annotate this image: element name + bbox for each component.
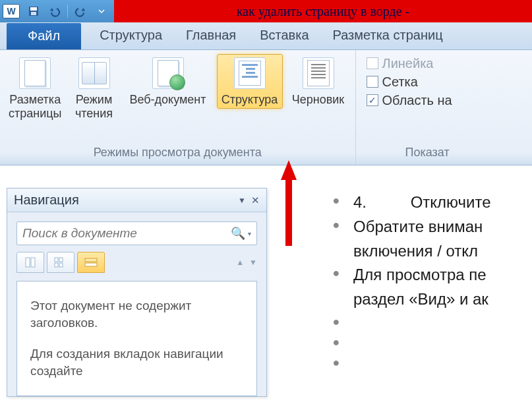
svg-rect-6 [59, 258, 63, 262]
bullet-icon: ● [330, 216, 343, 235]
doc-row: ● раздел «Вид» и ак [330, 288, 532, 311]
tab-home[interactable]: Главная [181, 24, 241, 49]
bullet-icon: ● [330, 264, 343, 283]
views-group-label: Режимы просмотра документа [4, 144, 351, 162]
ribbon-tabs: Файл Структура Главная Вставка Разметка … [0, 22, 532, 50]
reading-view-button[interactable]: Режим чтения [69, 54, 119, 122]
navigation-view-tabs: ▲ ▼ [16, 252, 257, 273]
gridlines-checkbox-row[interactable]: Сетка [367, 73, 452, 91]
nav-pane-checkbox-row[interactable]: ✓ Область на [367, 91, 452, 109]
navigation-body: Этот документ не содержит заголовков. Дл… [16, 281, 257, 396]
doc-text: раздел «Вид» и ак [353, 288, 532, 311]
reading-icon [78, 57, 110, 89]
svg-rect-5 [55, 258, 58, 262]
gridlines-checkbox[interactable] [367, 76, 378, 88]
outline-view-button[interactable]: Структура [217, 54, 283, 109]
qat-undo-button[interactable] [45, 2, 65, 20]
navigation-empty-msg-1: Этот документ не содержит заголовков. [30, 297, 243, 331]
reading-label: Режим чтения [75, 93, 113, 120]
draft-view-button[interactable]: Черновик [285, 54, 351, 109]
svg-rect-2 [31, 12, 36, 15]
navigation-search[interactable]: 🔍 ▾ [16, 221, 257, 245]
draft-icon [303, 57, 334, 89]
navigation-pane-close-icon[interactable]: ✕ [251, 194, 260, 206]
web-label: Веб-документ [129, 93, 206, 107]
show-group: Линейка Сетка ✓ Область на Показат [356, 50, 452, 165]
qat-redo-button[interactable] [71, 2, 90, 20]
ruler-label: Линейка [382, 56, 434, 71]
doc-row: ● Обратите вниман [330, 216, 532, 239]
doc-row: ● включения / откл [330, 240, 532, 263]
bullet-icon: ● [330, 353, 343, 372]
nav-pane-checkbox[interactable]: ✓ [367, 94, 378, 106]
tab-insert[interactable]: Вставка [254, 24, 314, 49]
ruler-checkbox-row: Линейка [367, 54, 452, 73]
navigation-empty-msg-2: Для создания вкладок навигации создайте [30, 345, 243, 379]
title-bar: W как удалить страницу в ворде - [0, 0, 532, 22]
svg-rect-1 [30, 7, 37, 11]
tab-structure[interactable]: Структура [94, 24, 167, 49]
app-icon[interactable]: W [3, 4, 20, 18]
ribbon-body: Разметка страницы Режим чтения Веб-докум… [0, 50, 532, 165]
svg-rect-8 [59, 263, 63, 267]
views-group-buttons: Разметка страницы Режим чтения Веб-докум… [4, 54, 351, 122]
web-view-button[interactable]: Веб-документ [122, 54, 214, 109]
outline-label: Структура [222, 93, 278, 107]
svg-rect-9 [85, 258, 97, 262]
navigation-pane-menu-icon[interactable]: ▼ [238, 196, 246, 205]
nav-pane-label: Область на [382, 93, 452, 108]
quick-access-toolbar: W [0, 0, 114, 22]
file-tab[interactable]: Файл [7, 23, 81, 49]
draft-label: Черновик [292, 93, 344, 107]
window-title: как удалить страницу в ворде - [114, 0, 532, 22]
app-icon-letter: W [7, 6, 15, 16]
page-layout-label: Разметка страницы [9, 93, 62, 120]
document-content: ● 4. Отключите ● Обратите вниман ● включ… [330, 191, 532, 373]
ruler-checkbox [367, 57, 378, 69]
page-layout-view-button[interactable]: Разметка страницы [4, 54, 67, 122]
search-dropdown-icon[interactable]: ▾ [248, 230, 251, 237]
window-title-text: как удалить страницу в ворде - [237, 4, 410, 19]
gridlines-label: Сетка [382, 74, 418, 90]
nav-tab-pages[interactable] [47, 252, 74, 273]
search-icon[interactable]: 🔍 [231, 226, 245, 241]
doc-text: Обратите вниман [353, 216, 532, 239]
nav-tab-results[interactable] [77, 252, 105, 273]
nav-tab-headings[interactable] [16, 252, 44, 273]
navigation-pane-title: Навигация [14, 192, 79, 208]
nav-prev-icon[interactable]: ▲ [236, 258, 244, 267]
doc-text: включения / откл [353, 240, 532, 263]
web-icon [152, 57, 184, 89]
outline-icon [234, 57, 266, 89]
list-number: 4. [353, 191, 406, 214]
bullet-icon: ● [330, 191, 343, 210]
qat-separator [67, 5, 68, 18]
bullet-icon: ● [330, 333, 343, 352]
navigation-pane: Навигация ▼ ✕ 🔍 ▾ ▲ ▼ Этот документ не с… [7, 188, 267, 397]
qat-customize-button[interactable] [92, 2, 111, 20]
views-group: Разметка страницы Режим чтения Веб-докум… [0, 50, 356, 165]
tab-page-layout[interactable]: Разметка страниц [328, 24, 448, 49]
show-group-checks: Линейка Сетка ✓ Область на [367, 54, 452, 109]
file-tab-label: Файл [28, 28, 60, 44]
show-group-label: Показат [367, 144, 452, 162]
bullet-icon: ● [330, 312, 343, 332]
doc-row: ● [330, 353, 532, 372]
navigation-pane-header: Навигация ▼ ✕ [7, 189, 266, 212]
doc-row: ● Для просмотра пе [330, 264, 532, 287]
navigation-search-input[interactable] [22, 226, 227, 241]
qat-save-button[interactable] [24, 2, 44, 20]
doc-row: ● [330, 333, 532, 352]
nav-next-icon[interactable]: ▼ [249, 258, 257, 267]
doc-text: Отключите [411, 193, 491, 211]
page-layout-icon [19, 57, 51, 89]
svg-rect-3 [26, 258, 30, 267]
doc-text: Для просмотра пе [353, 264, 532, 287]
svg-rect-7 [55, 263, 58, 267]
doc-row: ● [330, 312, 532, 332]
annotation-arrow [280, 160, 298, 246]
svg-rect-10 [85, 263, 97, 266]
doc-row: ● 4. Отключите [330, 191, 532, 214]
svg-rect-4 [31, 258, 35, 267]
